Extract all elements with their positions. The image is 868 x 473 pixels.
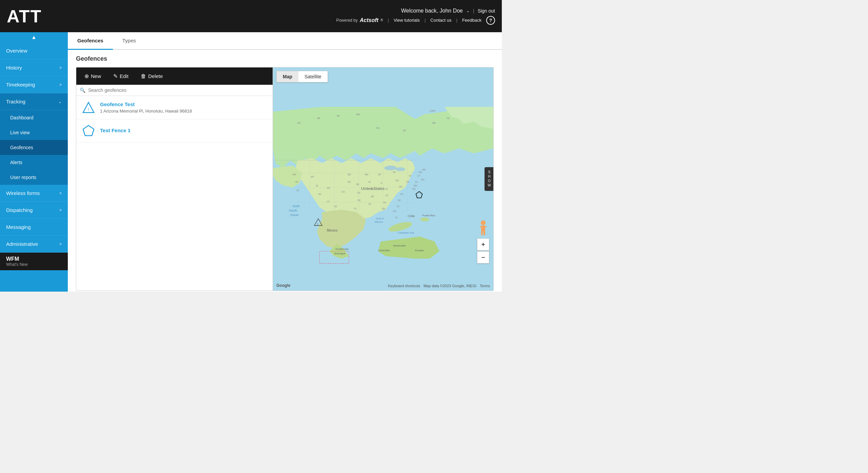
header-right: Welcome back, John Doe ⌄ | Sign out Powe… (336, 8, 495, 25)
svg-text:NJ: NJ (415, 181, 418, 183)
edit-icon: ✎ (113, 73, 118, 79)
svg-text:MO: MO (371, 188, 374, 191)
svg-text:CA: CA (296, 189, 300, 192)
sidebar-bottom: WFM What's New (0, 253, 68, 270)
sidebar-item-messaging[interactable]: Messaging (0, 219, 68, 236)
svg-text:MT: MT (311, 176, 314, 178)
svg-text:WI: WI (378, 173, 381, 176)
sidebar-item-user-reports[interactable]: User reports (0, 170, 68, 185)
svg-text:PA: PA (407, 181, 410, 183)
view-tutorials-link[interactable]: View tutorials (394, 18, 420, 23)
header: ATT Welcome back, John Doe ⌄ | Sign out … (0, 0, 502, 32)
tab-types[interactable]: Types (113, 32, 145, 50)
zoom-in-button[interactable]: + (477, 238, 489, 251)
tracking-chevron-icon: ⌄ (58, 99, 62, 104)
search-icon: 🔍 (80, 87, 85, 93)
sidebar-item-timekeeping[interactable]: Timekeeping > (0, 76, 68, 93)
new-button[interactable]: ⊕ New (82, 72, 104, 81)
svg-text:WY: WY (327, 187, 331, 189)
map-toggle-map[interactable]: Map (277, 71, 298, 82)
map-controls: + − (477, 238, 489, 263)
sidebar-item-live-view[interactable]: Live view (0, 125, 68, 140)
svg-text:Venezuela: Venezuela (393, 244, 406, 247)
svg-rect-92 (484, 226, 487, 227)
svg-text:MS: MS (382, 208, 385, 210)
svg-marker-2 (83, 125, 94, 136)
app-logo: ATT (7, 6, 42, 26)
sidebar-item-dashboard[interactable]: Dashboard (0, 110, 68, 125)
svg-text:ON: ON (376, 126, 379, 130)
edit-button[interactable]: ✎ Edit (111, 72, 131, 81)
help-button[interactable]: ? (486, 16, 495, 25)
svg-text:IN: IN (386, 188, 388, 191)
svg-text:!: ! (88, 107, 89, 112)
geofence-triangle-icon: ! (82, 101, 95, 114)
svg-text:SK: SK (337, 114, 340, 117)
svg-text:Ecuador: Ecuador (415, 249, 424, 252)
map-view-toggle: Map Satellite (276, 71, 328, 82)
sidebar-item-geofences[interactable]: Geofences (0, 140, 68, 155)
map-data-label: Map data ©2023 Google, INEGI (423, 284, 476, 288)
terms-link[interactable]: Terms (480, 284, 490, 288)
svg-text:QC: QC (403, 129, 407, 132)
show-panel-button[interactable]: SHOW (485, 167, 493, 191)
history-chevron-icon: > (59, 65, 62, 70)
sidebar-item-overview[interactable]: Overview (0, 42, 68, 59)
page-title: Geofences (76, 55, 494, 62)
sidebar-item-tracking[interactable]: Tracking ⌄ (0, 93, 68, 110)
svg-rect-93 (481, 231, 483, 235)
actsoft-logo: Actsoft (360, 17, 378, 23)
main-layout: ▲ Overview History > Timekeeping > Track… (0, 32, 502, 292)
svg-text:IA: IA (369, 181, 371, 183)
svg-text:MA: MA (419, 171, 422, 173)
sidebar-item-alerts[interactable]: Alerts (0, 155, 68, 170)
geofence-pentagon-icon (82, 124, 95, 138)
svg-text:CO: CO (341, 191, 345, 193)
svg-text:TX: TX (354, 208, 357, 210)
svg-text:OR: OR (295, 181, 298, 183)
svg-text:VA: VA (400, 193, 403, 195)
list-item[interactable]: Test Fence 1 (76, 119, 273, 143)
sidebar-item-administrative[interactable]: Administrative > (0, 236, 68, 253)
sidebar-item-wireless-forms[interactable]: Wireless forms > (0, 185, 68, 202)
contact-us-link[interactable]: Contact us (430, 18, 451, 23)
map-panel: SHOW Map Satellite (273, 67, 493, 291)
whats-new-label[interactable]: What's New (6, 262, 62, 267)
delete-button[interactable]: 🗑 Delete (138, 72, 165, 81)
street-view-person[interactable] (477, 219, 489, 236)
svg-text:Caribbean Sea: Caribbean Sea (398, 231, 414, 234)
map-toggle-satellite[interactable]: Satellite (298, 71, 328, 82)
administrative-chevron-icon: > (59, 242, 62, 247)
powered-by: Powered by Actsoft ® (336, 17, 383, 23)
feedback-link[interactable]: Feedback (462, 18, 481, 23)
svg-text:Pacific: Pacific (289, 209, 298, 212)
sidebar-item-dispatching[interactable]: Dispatching > (0, 202, 68, 219)
svg-text:NY: NY (409, 175, 412, 177)
timekeeping-chevron-icon: > (59, 82, 62, 87)
keyboard-shortcuts-link[interactable]: Keyboard shortcuts (388, 284, 420, 288)
sign-out-button[interactable]: Sign out (478, 8, 495, 14)
svg-text:OK: OK (357, 199, 361, 201)
list-item[interactable]: ! Geofence Test 1 Arizona Memorial Pl, H… (76, 96, 273, 119)
user-chevron-icon[interactable]: ⌄ (466, 8, 470, 13)
search-box: 🔍 (76, 85, 273, 96)
tab-geofences[interactable]: Geofences (68, 32, 113, 50)
svg-text:CT: CT (417, 175, 420, 177)
geofences-panel: ⊕ New ✎ Edit 🗑 Delete (76, 67, 494, 291)
sidebar: ▲ Overview History > Timekeeping > Track… (0, 32, 68, 292)
sidebar-scroll-up[interactable]: ▲ (0, 32, 68, 42)
tabs-bar: Geofences Types (68, 32, 502, 50)
wfm-label: WFM (6, 256, 62, 262)
left-panel: ⊕ New ✎ Edit 🗑 Delete (76, 67, 273, 291)
svg-text:NV: NV (318, 193, 322, 195)
geofence-list: ! Geofence Test 1 Arizona Memorial Pl, H… (76, 96, 273, 291)
page-content: Geofences ⊕ New ✎ Edit (68, 50, 502, 292)
zoom-out-button[interactable]: − (477, 251, 489, 263)
sidebar-item-history[interactable]: History > (0, 59, 68, 76)
svg-text:GA: GA (393, 210, 396, 213)
geofence-address: 1 Arizona Memorial Pl, Honolulu, Hawaii … (100, 109, 192, 114)
search-input[interactable] (88, 87, 269, 93)
toolbar: ⊕ New ✎ Edit 🗑 Delete (76, 67, 273, 85)
header-bottom-row: Powered by Actsoft ® | View tutorials | … (336, 16, 495, 25)
svg-rect-94 (484, 231, 485, 235)
